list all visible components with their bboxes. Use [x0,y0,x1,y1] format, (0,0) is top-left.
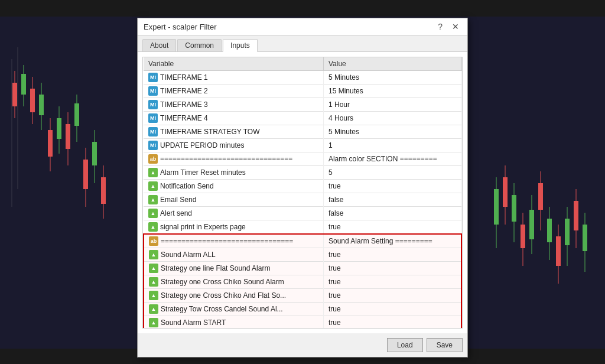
variable-cell: ▲Sound Alarm ALL [144,248,323,262]
value-cell: true [323,303,461,316]
table-row[interactable]: ▲Alarm Timer Reset minutes5 [144,166,461,180]
inputs-table-container[interactable]: Variable Value MITIMEFRAME 15 MinutesMIT… [142,57,463,329]
variable-cell: ▲Strategy one line Flat Sound Alarm [144,262,323,275]
table-row[interactable]: MITIMEFRAME 31 Hour [144,98,461,112]
variable-cell: MITIMEFRAME 4 [144,112,323,125]
variable-cell: ▲Alert send [144,207,323,220]
table-row[interactable]: MITIMEFRAME 44 Hours [144,112,461,125]
inputs-table: Variable Value MITIMEFRAME 15 MinutesMIT… [143,57,462,329]
row-icon: ab [148,154,158,164]
col-variable-header: Variable [144,57,323,71]
row-icon: ▲ [148,195,158,204]
tab-inputs[interactable]: Inputs [223,39,258,52]
row-icon: ▲ [149,291,158,300]
row-icon: ab [149,236,158,246]
close-button[interactable]: ✕ [450,22,461,31]
table-header-row: Variable Value [144,57,461,71]
row-icon: ▲ [148,209,158,218]
tab-about[interactable]: About [142,39,176,51]
expert-dialog: Expert - scalper Filter ? ✕ About Common… [137,18,468,358]
variable-cell: MIUPDATE PERIOD minutes [144,139,323,152]
value-cell: true [323,248,461,262]
table-row[interactable]: MIUPDATE PERIOD minutes1 [144,139,461,152]
table-row[interactable]: ▲Strategy one line Flat Sound Alarmtrue [144,262,461,275]
tab-common[interactable]: Common [177,39,222,51]
variable-cell: ▲Strategy one Cross Chiko Sound Alarm [144,275,323,289]
table-row[interactable]: ▲Sound Alarm STARTtrue [144,316,461,329]
table-row[interactable]: ▲Sound Alarm ALLtrue [144,248,461,262]
row-icon: ▲ [148,222,158,232]
row-icon: ▲ [149,304,158,314]
value-cell: true [323,275,461,289]
table-row[interactable]: ▲Strategy one Cross Chiko And Flat So...… [144,289,461,303]
value-cell: 4 Hours [323,112,461,125]
variable-cell: ▲Email Send [144,193,323,207]
row-icon: ▲ [148,181,158,191]
dialog-title: Expert - scalper Filter [144,22,217,31]
value-cell: 5 Minutes [323,71,461,84]
variable-cell: ▲Sound Alarm START [144,316,323,329]
titlebar-controls: ? ✕ [435,22,461,31]
row-icon: ▲ [149,277,158,287]
col-value-header: Value [323,57,461,71]
variable-cell: MITIMEFRAME 1 [144,71,323,84]
tabs-bar: About Common Inputs [138,35,467,52]
variable-cell: MITIMEFRAME 2 [144,84,323,98]
variable-cell: ▲Alarm Timer Reset minutes [144,166,323,180]
variable-cell: ▲Notification Send [144,180,323,193]
table-row[interactable]: ab================================Sound … [144,234,461,248]
value-cell: true [323,220,461,235]
table-row[interactable]: ▲signal print in Experts pagetrue [144,220,461,235]
variable-cell: ▲Strategy one Cross Chiko And Flat So... [144,289,323,303]
help-button[interactable]: ? [435,22,445,31]
dialog-content: Variable Value MITIMEFRAME 15 MinutesMIT… [138,52,467,333]
table-row[interactable]: ▲Strategy Tow Cross Candel Sound Al...tr… [144,303,461,316]
table-row[interactable]: MITIMEFRAME STRATEGY TOW5 Minutes [144,125,461,139]
variable-cell: MITIMEFRAME 3 [144,98,323,112]
table-row[interactable]: MITIMEFRAME 215 Minutes [144,84,461,98]
variable-cell: ab================================ [144,234,323,248]
dialog-footer: Load Save [138,333,467,357]
table-row[interactable]: ab================================Alarm … [144,152,461,166]
load-button[interactable]: Load [387,338,423,352]
variable-cell: ▲Strategy Tow Cross Candel Sound Al... [144,303,323,316]
value-cell: true [323,289,461,303]
row-icon: MI [148,73,158,82]
row-icon: MI [148,113,158,123]
value-cell: Alarm color SECTION ========= [323,152,461,166]
variable-cell: ▲signal print in Experts page [144,220,323,235]
value-cell: true [323,262,461,275]
value-cell: 5 Minutes [323,125,461,139]
row-icon: MI [148,141,158,150]
value-cell: 1 Hour [323,98,461,112]
value-cell: false [323,193,461,207]
dialog-titlebar: Expert - scalper Filter ? ✕ [138,18,467,35]
value-cell: Sound Alarm Setting ========= [323,234,461,248]
row-icon: ▲ [149,250,158,259]
row-icon: MI [148,100,158,109]
row-icon: MI [148,127,158,136]
variable-cell: MITIMEFRAME STRATEGY TOW [144,125,323,139]
table-row[interactable]: ▲Notification Sendtrue [144,180,461,193]
row-icon: MI [148,86,158,96]
dialog-overlay: Expert - scalper Filter ? ✕ About Common… [0,0,605,364]
save-button[interactable]: Save [427,338,463,352]
row-icon: ▲ [149,264,158,273]
value-cell: 15 Minutes [323,84,461,98]
value-cell: true [323,316,461,329]
row-icon: ▲ [148,168,158,177]
row-icon: ▲ [149,318,158,327]
value-cell: 1 [323,139,461,152]
value-cell: false [323,207,461,220]
variable-cell: ab================================ [144,152,323,166]
value-cell: 5 [323,166,461,180]
table-row[interactable]: ▲Strategy one Cross Chiko Sound Alarmtru… [144,275,461,289]
value-cell: true [323,180,461,193]
table-row[interactable]: MITIMEFRAME 15 Minutes [144,71,461,84]
table-row[interactable]: ▲Alert sendfalse [144,207,461,220]
table-row[interactable]: ▲Email Sendfalse [144,193,461,207]
